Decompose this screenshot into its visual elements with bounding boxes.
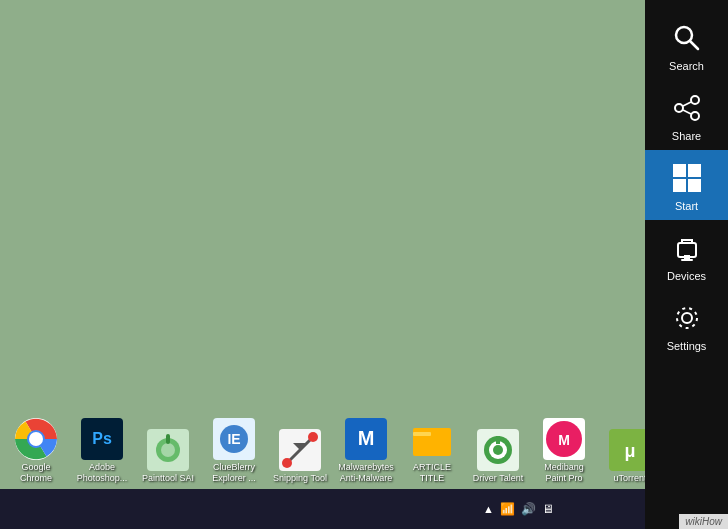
svg-line-44 bbox=[683, 110, 691, 114]
desktop-icon-medibang[interactable]: M Medibang Paint Pro bbox=[533, 418, 595, 484]
desktop-icon-chrome[interactable]: Google Chrome bbox=[5, 418, 67, 484]
network-icon: 🖥 bbox=[542, 502, 554, 516]
wifi-signal-icon: 📶 bbox=[500, 502, 515, 516]
desktop-icon-snipping[interactable]: Snipping Tool bbox=[269, 429, 331, 484]
taskbar-system-tray: ▲ 📶 🔊 🖥 bbox=[462, 489, 562, 529]
desktop: Google Chrome Ps Adobe Photoshop... Pain… bbox=[0, 0, 728, 529]
taskbar: ▲ 📶 🔊 🖥 bbox=[0, 489, 645, 529]
svg-point-49 bbox=[677, 308, 697, 328]
svg-rect-45 bbox=[678, 243, 696, 257]
charm-start[interactable]: Start bbox=[645, 150, 728, 220]
svg-text:M: M bbox=[558, 432, 570, 448]
svg-point-48 bbox=[682, 313, 692, 323]
svg-text:μ: μ bbox=[624, 441, 635, 461]
svg-point-42 bbox=[691, 112, 699, 120]
desktop-icon-article[interactable]: ARTICLE TITLE bbox=[401, 418, 463, 484]
article-label: ARTICLE TITLE bbox=[402, 462, 462, 484]
charm-devices[interactable]: Devices bbox=[645, 220, 728, 290]
wifi-icon: ▲ bbox=[483, 503, 494, 515]
chrome-label: Google Chrome bbox=[6, 462, 66, 484]
devices-charm-label: Devices bbox=[667, 270, 706, 282]
painttool-label: Painttool SAI bbox=[142, 473, 194, 484]
svg-point-22 bbox=[493, 445, 503, 455]
charm-search[interactable]: Search bbox=[645, 10, 728, 80]
charms-bar: Search Share bbox=[645, 0, 728, 529]
svg-point-41 bbox=[691, 96, 699, 104]
svg-point-13 bbox=[308, 432, 318, 442]
svg-rect-6 bbox=[166, 434, 170, 444]
search-charm-label: Search bbox=[669, 60, 704, 72]
svg-rect-47 bbox=[681, 259, 693, 261]
snipping-label: Snipping Tool bbox=[273, 473, 327, 484]
svg-point-5 bbox=[161, 443, 175, 457]
charm-settings[interactable]: Settings bbox=[645, 290, 728, 360]
share-charm-icon bbox=[669, 90, 705, 126]
desktop-icons-row: Google Chrome Ps Adobe Photoshop... Pain… bbox=[5, 418, 728, 484]
desktop-icon-photoshop[interactable]: Ps Adobe Photoshop... bbox=[71, 418, 133, 484]
start-charm-label: Start bbox=[675, 200, 698, 212]
svg-point-12 bbox=[282, 458, 292, 468]
photoshop-label: Adobe Photoshop... bbox=[72, 462, 132, 484]
desktop-icon-malwarebytes[interactable]: M Malwarebytes Anti-Malware bbox=[335, 418, 397, 484]
svg-line-39 bbox=[690, 41, 698, 49]
svg-point-40 bbox=[675, 104, 683, 112]
svg-text:M: M bbox=[358, 427, 375, 449]
start-charm-icon bbox=[669, 160, 705, 196]
svg-text:IE: IE bbox=[227, 431, 240, 447]
svg-line-43 bbox=[683, 102, 691, 106]
svg-rect-23 bbox=[496, 436, 500, 444]
svg-rect-46 bbox=[684, 255, 690, 259]
svg-rect-18 bbox=[413, 432, 431, 436]
clueblerry-label: ClueBlerry Explorer ... bbox=[204, 462, 264, 484]
share-charm-label: Share bbox=[672, 130, 701, 142]
malwarebytes-label: Malwarebytes Anti-Malware bbox=[336, 462, 396, 484]
settings-charm-icon bbox=[669, 300, 705, 336]
charm-share[interactable]: Share bbox=[645, 80, 728, 150]
settings-charm-label: Settings bbox=[667, 340, 707, 352]
svg-point-2 bbox=[29, 432, 43, 446]
volume-icon: 🔊 bbox=[521, 502, 536, 516]
driver-label: Driver Talent bbox=[473, 473, 523, 484]
search-charm-icon bbox=[669, 20, 705, 56]
medibang-label: Medibang Paint Pro bbox=[534, 462, 594, 484]
utorrent-label: uTorrent bbox=[613, 473, 646, 484]
desktop-icon-clueblerry[interactable]: IE ClueBlerry Explorer ... bbox=[203, 418, 265, 484]
devices-charm-icon bbox=[669, 230, 705, 266]
desktop-icon-driver[interactable]: Driver Talent bbox=[467, 429, 529, 484]
watermark: wikiHow bbox=[679, 514, 728, 529]
desktop-icon-painttool[interactable]: Painttool SAI bbox=[137, 429, 199, 484]
